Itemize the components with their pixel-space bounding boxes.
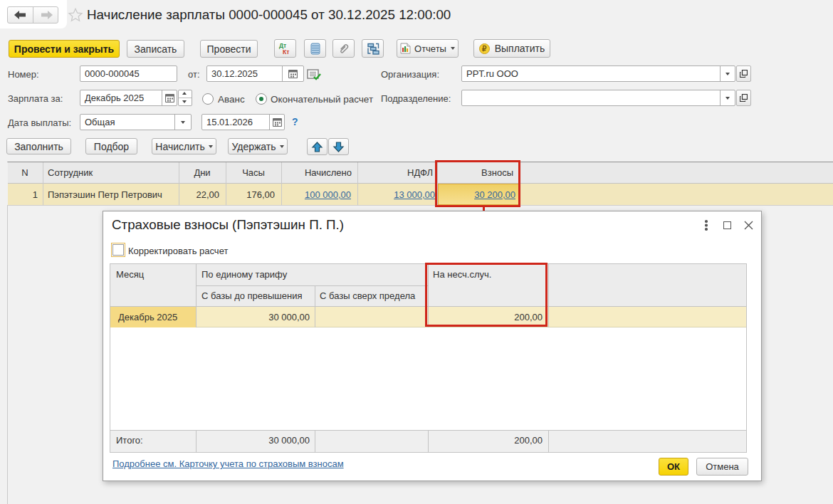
svg-text:Кт: Кт xyxy=(283,48,289,55)
